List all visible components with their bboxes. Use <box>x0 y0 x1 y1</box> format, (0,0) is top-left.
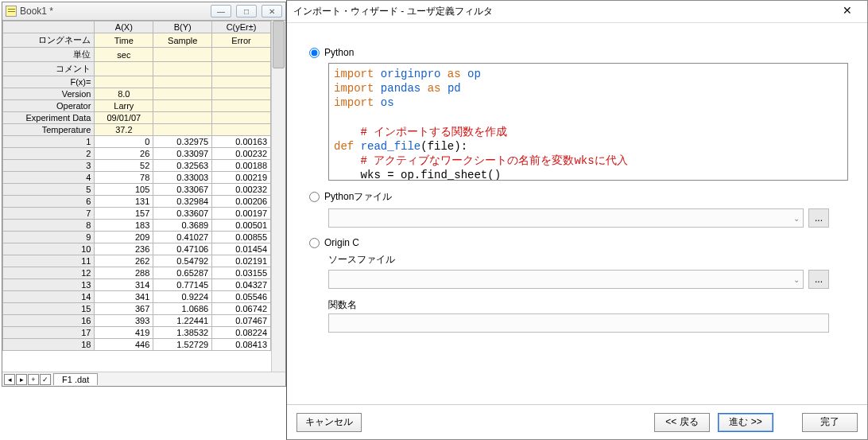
radio-python-row[interactable]: Python <box>309 47 829 58</box>
data-cell[interactable]: 183 <box>95 220 153 232</box>
data-cell[interactable]: 314 <box>95 279 153 291</box>
data-cell[interactable]: 1.52729 <box>153 339 212 351</box>
row-number[interactable]: 9 <box>3 232 95 243</box>
meta-cell[interactable] <box>212 88 271 100</box>
vertical-scrollbar[interactable] <box>271 21 285 372</box>
meta-cell[interactable] <box>153 48 212 62</box>
data-cell[interactable]: 1.22441 <box>153 315 212 327</box>
meta-cell[interactable]: 37.2 <box>95 124 153 136</box>
data-cell[interactable]: 0.47106 <box>153 243 212 255</box>
col-header-c[interactable]: C(yEr±) <box>212 21 271 33</box>
meta-cell[interactable]: 8.0 <box>95 88 153 100</box>
row-number[interactable]: 1 <box>3 136 95 148</box>
close-button[interactable]: ✕ <box>262 5 282 18</box>
meta-cell[interactable]: Time <box>95 33 153 48</box>
row-number[interactable]: 11 <box>3 255 95 267</box>
radio-pythonfile-row[interactable]: Pythonファイル <box>309 190 829 204</box>
data-cell[interactable]: 157 <box>95 208 153 220</box>
data-cell[interactable]: 0.00188 <box>212 160 271 172</box>
meta-cell[interactable] <box>212 100 271 112</box>
meta-cell[interactable]: 09/01/07 <box>95 112 153 124</box>
row-number[interactable]: 18 <box>3 339 95 351</box>
back-button[interactable]: << 戻る <box>654 413 710 432</box>
meta-cell[interactable]: Larry <box>95 100 153 112</box>
data-cell[interactable]: 1.38532 <box>153 327 212 339</box>
row-number[interactable]: 2 <box>3 148 95 160</box>
finish-button[interactable]: 完了 <box>802 413 858 432</box>
python-code-textarea[interactable]: import originpro as op import pandas as … <box>328 63 848 181</box>
radio-originc[interactable] <box>309 238 320 248</box>
meta-cell[interactable] <box>153 100 212 112</box>
data-cell[interactable]: 0.00855 <box>212 232 271 243</box>
data-cell[interactable]: 209 <box>95 232 153 243</box>
meta-cell[interactable] <box>212 112 271 124</box>
data-cell[interactable]: 0.00232 <box>212 184 271 196</box>
data-cell[interactable]: 393 <box>95 315 153 327</box>
row-number[interactable]: 17 <box>3 327 95 339</box>
funcname-input[interactable] <box>328 313 829 333</box>
row-number[interactable]: 4 <box>3 172 95 184</box>
meta-cell[interactable] <box>212 124 271 136</box>
row-number[interactable]: 15 <box>3 303 95 315</box>
row-header[interactable]: Experiment Data <box>3 112 95 124</box>
data-cell[interactable]: 0.08413 <box>212 339 271 351</box>
data-cell[interactable]: 0.33097 <box>153 148 212 160</box>
row-number[interactable]: 6 <box>3 196 95 208</box>
data-cell[interactable]: 0.3689 <box>153 220 212 232</box>
data-cell[interactable]: 105 <box>95 184 153 196</box>
row-header[interactable]: Temperature <box>3 124 95 136</box>
dialog-close-button[interactable]: ✕ <box>834 4 861 20</box>
meta-cell[interactable] <box>153 112 212 124</box>
row-header[interactable]: コメント <box>3 62 95 76</box>
meta-cell[interactable] <box>95 62 153 76</box>
data-cell[interactable]: 0.00163 <box>212 136 271 148</box>
tab-first-button[interactable]: ◂ <box>4 374 15 385</box>
meta-cell[interactable] <box>95 76 153 88</box>
row-number[interactable]: 12 <box>3 267 95 279</box>
tab-prev-button[interactable]: ▸ <box>16 374 27 385</box>
row-number[interactable]: 8 <box>3 220 95 232</box>
radio-pythonfile[interactable] <box>309 192 320 202</box>
worksheet-grid[interactable]: A(X) B(Y) C(yEr±) ロングネームTimeSampleError単… <box>2 21 271 372</box>
data-cell[interactable]: 0.54792 <box>153 255 212 267</box>
data-cell[interactable]: 419 <box>95 327 153 339</box>
data-cell[interactable]: 0.05546 <box>212 291 271 303</box>
pythonfile-select[interactable]: ⌄ <box>328 208 804 228</box>
data-cell[interactable]: 0.00219 <box>212 172 271 184</box>
data-cell[interactable]: 0 <box>95 136 153 148</box>
data-cell[interactable]: 341 <box>95 291 153 303</box>
next-button[interactable]: 進む >> <box>718 413 773 432</box>
row-number[interactable]: 10 <box>3 243 95 255</box>
row-number[interactable]: 5 <box>3 184 95 196</box>
tab-add-button[interactable]: + <box>28 374 39 385</box>
worksheet-titlebar[interactable]: Book1 * — □ ✕ <box>2 2 285 21</box>
cancel-button[interactable]: キャンセル <box>296 413 362 432</box>
data-cell[interactable]: 0.33003 <box>153 172 212 184</box>
row-header[interactable]: 単位 <box>3 48 95 62</box>
data-cell[interactable]: 1.0686 <box>153 303 212 315</box>
row-number[interactable]: 13 <box>3 279 95 291</box>
data-cell[interactable]: 0.32563 <box>153 160 212 172</box>
data-cell[interactable]: 0.32975 <box>153 136 212 148</box>
meta-cell[interactable]: Sample <box>153 33 212 48</box>
data-cell[interactable]: 262 <box>95 255 153 267</box>
data-cell[interactable]: 0.00206 <box>212 196 271 208</box>
data-cell[interactable]: 446 <box>95 339 153 351</box>
data-cell[interactable]: 0.32984 <box>153 196 212 208</box>
col-header-b[interactable]: B(Y) <box>153 21 212 33</box>
minimize-button[interactable]: — <box>211 5 231 18</box>
data-cell[interactable]: 0.01454 <box>212 243 271 255</box>
row-number[interactable]: 3 <box>3 160 95 172</box>
data-cell[interactable]: 0.9224 <box>153 291 212 303</box>
data-cell[interactable]: 131 <box>95 196 153 208</box>
data-cell[interactable]: 52 <box>95 160 153 172</box>
meta-cell[interactable] <box>153 62 212 76</box>
data-cell[interactable]: 0.00197 <box>212 208 271 220</box>
sourcefile-select[interactable]: ⌄ <box>328 270 804 289</box>
corner-cell[interactable] <box>3 21 95 33</box>
meta-cell[interactable]: sec <box>95 48 153 62</box>
data-cell[interactable]: 0.77145 <box>153 279 212 291</box>
meta-cell[interactable] <box>153 88 212 100</box>
data-cell[interactable]: 236 <box>95 243 153 255</box>
data-cell[interactable]: 0.33607 <box>153 208 212 220</box>
